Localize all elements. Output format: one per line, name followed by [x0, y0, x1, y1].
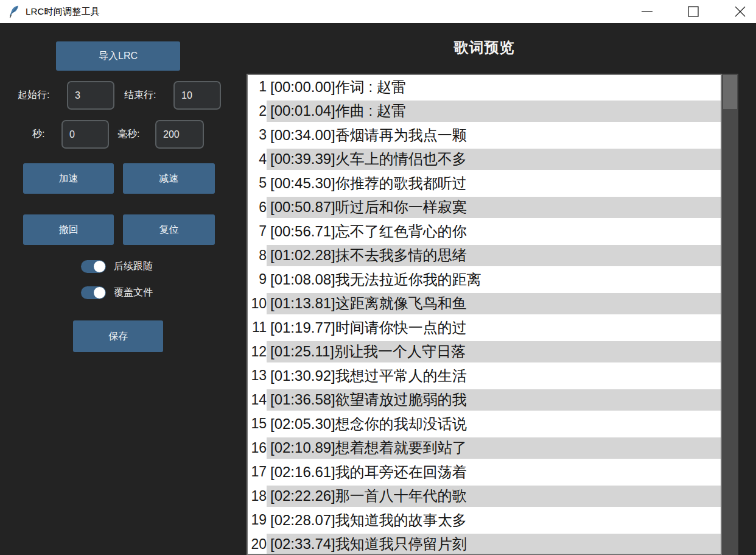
lyric-line-number: 4 — [248, 151, 267, 168]
lyric-line-number: 17 — [248, 464, 267, 480]
preview-title: 歌词预览 — [247, 38, 722, 57]
lyric-line-text: [02:33.74]我知道我只停留片刻 — [267, 534, 721, 555]
lyric-row[interactable]: 18[02:22.26]那一首八十年代的歌 — [248, 484, 721, 509]
lyric-row[interactable]: 14[01:36.58]欲望请放过脆弱的我 — [248, 388, 721, 412]
lyric-line-text: [00:39.39]火车上的情侣也不多 — [267, 149, 721, 170]
import-lrc-button[interactable]: 导入LRC — [56, 41, 180, 71]
lyric-line-text: [00:56.71]忘不了红色背心的你 — [267, 221, 721, 242]
lyric-line-number: 12 — [248, 344, 267, 360]
overwrite-switch[interactable]: 覆盖文件 — [81, 286, 153, 299]
start-line-label: 起始行: — [18, 81, 49, 110]
app-body: 导入LRC 起始行: 结束行: 秒: 毫秒: 加速 减速 撤回 复位 后续跟随 … — [0, 23, 756, 555]
follow-switch-knob[interactable] — [94, 261, 105, 272]
lyric-line-number: 9 — [248, 271, 267, 288]
lyric-line-number: 16 — [248, 440, 267, 456]
minimize-button[interactable] — [633, 0, 661, 23]
end-line-input[interactable] — [173, 81, 221, 110]
lyric-line-text: [01:02.28]抹不去我多情的思绪 — [267, 245, 721, 266]
lyric-row[interactable]: 10[01:13.81]这距离就像飞鸟和鱼 — [248, 292, 721, 316]
tk-feather-icon — [8, 5, 20, 18]
overwrite-switch-knob[interactable] — [94, 287, 105, 299]
lyric-row[interactable]: 20[02:33.74]我知道我只停留片刻 — [248, 532, 721, 555]
overwrite-switch-track[interactable] — [81, 286, 106, 299]
close-button[interactable] — [724, 0, 756, 23]
undo-button[interactable]: 撤回 — [23, 214, 114, 245]
lyric-line-number: 10 — [248, 295, 267, 312]
lyric-line-number: 7 — [248, 223, 267, 239]
lyric-line-text: [00:01.04]作曲 : 赵雷 — [267, 101, 721, 122]
app-window: LRC时间调整工具 导入LRC 起始行: 结束行: 秒: 毫秒: — [0, 0, 756, 555]
lyrics-list[interactable]: 1[00:00.00]作词 : 赵雷2[00:01.04]作曲 : 赵雷3[00… — [247, 74, 722, 555]
scrollbar-thumb[interactable] — [723, 75, 737, 109]
lyric-line-text: [02:28.07]我知道我的故事太多 — [267, 509, 721, 531]
lyric-line-number: 14 — [248, 392, 267, 408]
lyric-line-text: [01:30.92]我想过平常人的生活 — [267, 365, 721, 386]
milliseconds-label: 毫秒: — [117, 120, 139, 149]
maximize-icon — [687, 5, 700, 18]
end-line-label: 结束行: — [124, 81, 156, 110]
lyric-line-text: [01:36.58]欲望请放过脆弱的我 — [267, 389, 721, 411]
lyric-line-text: [01:08.08]我无法拉近你我的距离 — [267, 269, 721, 290]
lyric-row[interactable]: 19[02:28.07]我知道我的故事太多 — [248, 508, 721, 532]
lyric-line-number: 11 — [248, 319, 267, 336]
save-button[interactable]: 保存 — [73, 320, 163, 352]
lyric-line-text: [00:45.30]你推荐的歌我都听过 — [267, 172, 721, 194]
lyric-row[interactable]: 2[00:01.04]作曲 : 赵雷 — [248, 99, 721, 124]
lyric-row[interactable]: 16[02:10.89]想着想着就要到站了 — [248, 436, 721, 461]
lyric-line-number: 15 — [248, 415, 267, 432]
lyric-line-number: 5 — [248, 175, 267, 191]
lyric-line-text: [01:19.77]时间请你快一点的过 — [267, 317, 721, 338]
scrollbar[interactable] — [722, 74, 738, 555]
lyric-row[interactable]: 12[01:25.11]别让我一个人守日落 — [248, 340, 721, 364]
lyric-line-text: [02:05.30]想念你的我却没话说 — [267, 413, 721, 434]
lyric-line-text: [02:10.89]想着想着就要到站了 — [267, 437, 721, 459]
lyric-row[interactable]: 6[00:50.87]听过后和你一样寂寞 — [248, 196, 721, 220]
lyric-line-number: 6 — [248, 199, 267, 216]
follow-switch-label: 后续跟随 — [114, 260, 153, 273]
minimize-icon — [640, 5, 654, 18]
overwrite-switch-label: 覆盖文件 — [114, 286, 153, 299]
close-icon — [733, 5, 747, 18]
lyric-row[interactable]: 3[00:34.00]香烟请再为我点一颗 — [248, 123, 721, 147]
milliseconds-input[interactable] — [155, 120, 204, 149]
lyric-line-number: 8 — [248, 247, 267, 264]
lyric-line-text: [01:25.11]别让我一个人守日落 — [267, 341, 721, 362]
lyric-line-number: 19 — [248, 512, 267, 528]
lyric-line-text: [00:50.87]听过后和你一样寂寞 — [267, 197, 721, 218]
lyric-line-text: [01:13.81]这距离就像飞鸟和鱼 — [267, 293, 721, 314]
lyric-line-text: [00:34.00]香烟请再为我点一颗 — [267, 124, 721, 146]
lyric-line-number: 1 — [248, 79, 267, 95]
lyric-line-text: [02:16.61]我的耳旁还在回荡着 — [267, 461, 721, 483]
lyric-row[interactable]: 9[01:08.08]我无法拉近你我的距离 — [248, 267, 721, 292]
titlebar[interactable]: LRC时间调整工具 — [0, 0, 756, 23]
start-line-input[interactable] — [67, 81, 114, 110]
lyric-line-text: [00:00.00]作词 : 赵雷 — [267, 76, 721, 97]
slow-down-button[interactable]: 减速 — [123, 163, 215, 194]
window-title: LRC时间调整工具 — [26, 6, 100, 18]
seconds-input[interactable] — [61, 120, 109, 149]
reset-button[interactable]: 复位 — [123, 214, 215, 245]
lyric-row[interactable]: 13[01:30.92]我想过平常人的生活 — [248, 364, 721, 388]
follow-switch[interactable]: 后续跟随 — [81, 260, 153, 273]
lyric-line-text: [02:22.26]那一首八十年代的歌 — [267, 486, 721, 507]
lyric-line-number: 2 — [248, 103, 267, 119]
lyric-line-number: 20 — [248, 536, 267, 553]
lyric-row[interactable]: 7[00:56.71]忘不了红色背心的你 — [248, 219, 721, 244]
follow-switch-track[interactable] — [81, 260, 106, 273]
lyric-line-number: 13 — [248, 367, 267, 384]
lyric-row[interactable]: 15[02:05.30]想念你的我却没话说 — [248, 412, 721, 436]
lyric-row[interactable]: 1[00:00.00]作词 : 赵雷 — [248, 75, 721, 99]
lyric-row[interactable]: 5[00:45.30]你推荐的歌我都听过 — [248, 171, 721, 196]
lyric-line-number: 18 — [248, 488, 267, 504]
seconds-label: 秒: — [32, 120, 44, 149]
speed-up-button[interactable]: 加速 — [23, 163, 114, 194]
lyric-row[interactable]: 4[00:39.39]火车上的情侣也不多 — [248, 147, 721, 172]
lyric-line-number: 3 — [248, 127, 267, 143]
lyric-row[interactable]: 17[02:16.61]我的耳旁还在回荡着 — [248, 460, 721, 484]
lyric-row[interactable]: 8[01:02.28]抹不去我多情的思绪 — [248, 244, 721, 268]
maximize-button[interactable] — [679, 0, 707, 23]
lyric-row[interactable]: 11[01:19.77]时间请你快一点的过 — [248, 316, 721, 340]
